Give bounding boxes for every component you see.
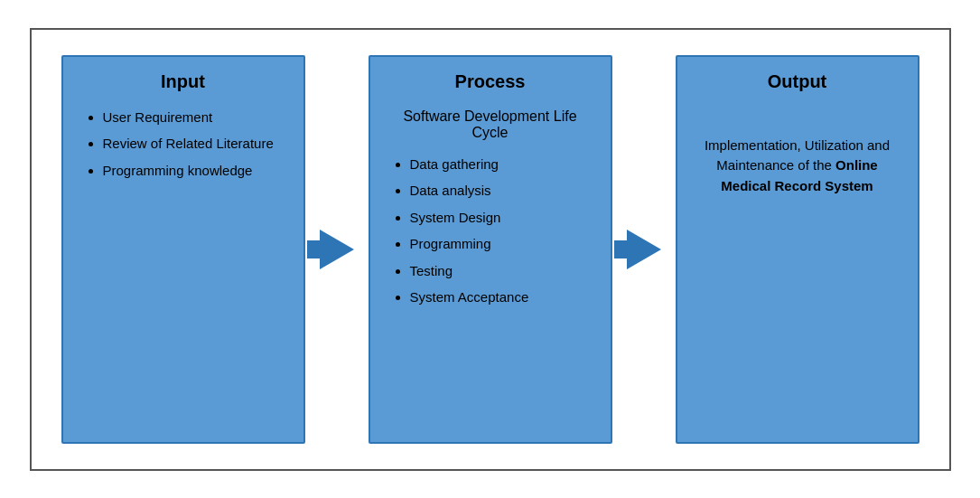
input-item-2: Review of Related Literature (103, 135, 285, 153)
process-box: Process Software Development Life Cycle … (369, 55, 612, 444)
process-item-4: Programming (410, 235, 593, 253)
input-item-3: Programming knowledge (103, 162, 285, 180)
input-bullet-list: User Requirement Review of Related Liter… (81, 108, 285, 189)
process-item-5: Testing (410, 262, 593, 280)
process-item-1: Data gathering (410, 155, 593, 174)
process-header: Process (388, 71, 593, 92)
process-bullet-list: Data gathering Data analysis System Desi… (388, 155, 593, 315)
output-box: Output Implementation, Utilization and M… (676, 55, 919, 444)
output-header: Output (695, 71, 900, 92)
input-item-2-text: Review of Related Literature (103, 136, 274, 151)
process-item-2: Data analysis (410, 182, 593, 200)
arrow-1-container (305, 55, 369, 444)
process-item-6: System Acceptance (410, 288, 593, 306)
output-content: Implementation, Utilization and Maintena… (695, 136, 900, 197)
arrow-1 (320, 230, 354, 269)
input-box: Input User Requirement Review of Related… (61, 55, 305, 444)
diagram-container: Input User Requirement Review of Related… (50, 48, 931, 451)
arrow-2 (627, 230, 661, 269)
process-item-3: System Design (410, 209, 593, 227)
outer-border: Input User Requirement Review of Related… (30, 28, 951, 471)
process-subheader: Software Development Life Cycle (388, 108, 593, 141)
input-header: Input (81, 71, 285, 92)
arrow-2-container (612, 55, 676, 444)
input-item-1: User Requirement (103, 108, 285, 127)
